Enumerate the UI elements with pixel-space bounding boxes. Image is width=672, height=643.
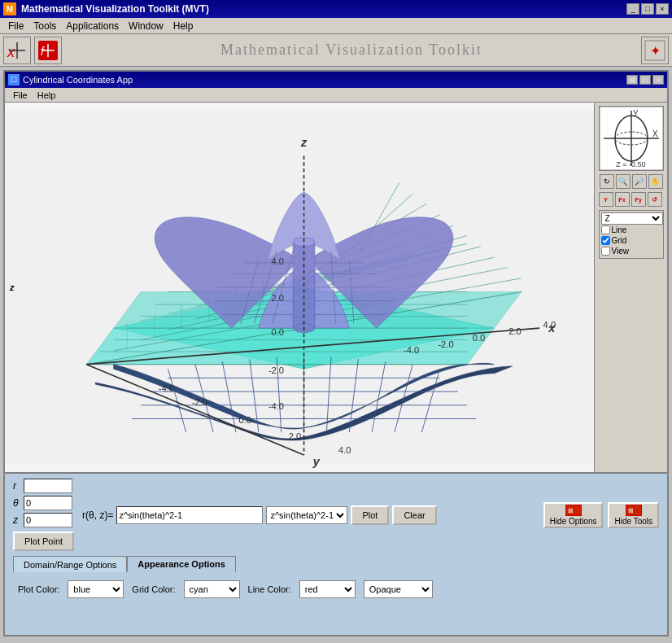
r-row: r — [13, 479, 74, 493]
view-label: View — [612, 247, 630, 256]
menu-file[interactable]: File — [3, 20, 28, 33]
main-content: z — [5, 103, 667, 472]
close-button[interactable]: × — [656, 3, 669, 15]
z-input[interactable] — [24, 513, 72, 527]
svg-text:x: x — [7, 44, 15, 60]
tab-domain-range[interactable]: Domain/Range Options — [13, 556, 127, 572]
view-checkbox-row: View — [601, 246, 661, 256]
svg-text:y: y — [312, 455, 321, 468]
hide-tools-icon: ⊠ — [626, 505, 642, 516]
svg-text:z: z — [300, 136, 308, 149]
app-menu-file[interactable]: File — [8, 90, 33, 101]
formula-dropdown[interactable]: z^sin(theta)^2-1 r^2-z^2 sin(theta)*z — [266, 506, 347, 524]
theta-label: θ — [13, 497, 21, 509]
formula-label: r(θ, z)= — [82, 510, 113, 521]
svg-text:-2.0: -2.0 — [268, 365, 284, 375]
right-panel: Y X Z = -0.50 ↻ 🔍 🔎 ✋ Y — [594, 103, 667, 472]
pan-tool[interactable]: ✋ — [648, 174, 663, 189]
menu-applications[interactable]: Applications — [61, 20, 124, 33]
hide-options-button[interactable]: ⊠ Hide Options — [543, 502, 604, 528]
axis-select[interactable]: Z X Y — [601, 212, 663, 225]
line-checkbox-row: Line — [601, 225, 661, 235]
svg-text:0.0: 0.0 — [238, 415, 251, 425]
coord-button[interactable]: x — [3, 37, 31, 64]
svg-text:4.0: 4.0 — [272, 256, 284, 266]
menu-help[interactable]: Help — [168, 20, 199, 33]
plot-svg: z x y 4.0 2.0 0.0 -2.0 -4.0 -4.0 -2.0 0.… — [5, 103, 594, 472]
orientation-box: Y X Z = -0.50 — [599, 106, 664, 171]
z-row: z — [13, 513, 74, 527]
fx-axis-button[interactable]: Fx — [615, 192, 630, 207]
svg-text:✦: ✦ — [650, 44, 661, 58]
line-checkbox[interactable] — [601, 225, 610, 234]
svg-text:2.0: 2.0 — [272, 293, 284, 303]
app-menu-help[interactable]: Help — [33, 90, 61, 101]
opacity-select[interactable]: Opaque Transparent 50% — [364, 580, 433, 598]
zoom-value: Z = -0.50 — [600, 160, 663, 168]
coord-inputs: r θ z Plot Point — [13, 479, 74, 551]
fy-axis-button[interactable]: Fy — [631, 192, 646, 207]
zoom-in-tool[interactable]: 🔍 — [616, 174, 631, 189]
hide-tools-button[interactable]: ⊠ Hide Tools — [608, 502, 659, 528]
view-checkbox[interactable] — [601, 247, 610, 256]
theta-input[interactable] — [24, 496, 72, 510]
grid-checkbox-row: Grid — [601, 235, 661, 246]
controls-row: r θ z Plot Point r(θ, z)= z^sin(thet — [13, 479, 659, 551]
clear-button[interactable]: Clear — [392, 505, 436, 525]
z-axis-label: z — [10, 282, 15, 292]
reset-axis-button[interactable]: ↺ — [648, 192, 662, 207]
hide-buttons: ⊠ Hide Options ⊠ Hide Tools — [543, 502, 659, 528]
grid-color-select[interactable]: cyan blue red green magenta yellow white… — [184, 580, 240, 598]
svg-text:4.0: 4.0 — [543, 320, 556, 330]
grid-color-label: Grid Color: — [132, 584, 175, 594]
z-coord-label: z — [13, 514, 21, 526]
bottom-panel: r θ z Plot Point r(θ, z)= z^sin(thet — [5, 472, 667, 635]
svg-text:2.0: 2.0 — [508, 326, 521, 336]
svg-text:2.0: 2.0 — [289, 431, 301, 441]
svg-text:X: X — [652, 129, 658, 138]
app-title-bar: ☐ Cylindrical Coordinates App ⊟ □ × — [5, 72, 667, 88]
minimize-button[interactable]: _ — [626, 3, 639, 15]
svg-text:-2.0: -2.0 — [192, 397, 207, 407]
svg-text:-2.0: -2.0 — [438, 339, 453, 349]
info-button[interactable]: ✦ — [641, 37, 669, 64]
plot-button[interactable]: Plot — [351, 505, 389, 525]
window-controls: _ □ × — [626, 3, 669, 15]
line-color-select[interactable]: red blue green cyan magenta yellow white… — [299, 580, 356, 598]
theta-row: θ — [13, 496, 74, 510]
r-input[interactable] — [24, 479, 72, 493]
svg-text:-4.0: -4.0 — [268, 401, 284, 411]
rotate-tool[interactable]: ↻ — [600, 174, 614, 189]
app-window-controls: ⊟ □ × — [626, 75, 664, 85]
formula-section: r(θ, z)= z^sin(theta)^2-1 r^2-z^2 sin(th… — [82, 505, 437, 525]
app-close-button[interactable]: × — [652, 75, 664, 85]
axis-icons: Y Fx Fy ↺ — [599, 192, 664, 207]
appearance-options: Plot Color: blue red green cyan magenta … — [13, 577, 659, 601]
svg-text:4.0: 4.0 — [338, 445, 351, 455]
y-axis-button[interactable]: Y — [599, 192, 613, 207]
grid-label: Grid — [612, 236, 627, 245]
line-color-label: Line Color: — [248, 584, 291, 594]
tool-icons: ↻ 🔍 🔎 ✋ — [600, 174, 663, 189]
menu-window[interactable]: Window — [124, 20, 168, 33]
app-window-title: Cylindrical Coordinates App — [23, 75, 626, 85]
tabs-row: Domain/Range Options Appearance Options — [13, 556, 659, 572]
hide-options-icon: ⊠ — [565, 505, 582, 516]
app-restore-button[interactable]: ⊟ — [626, 75, 638, 85]
plot-color-select[interactable]: blue red green cyan magenta yellow white… — [68, 580, 124, 598]
plot-point-button[interactable]: Plot Point — [13, 531, 74, 551]
toolbar-title: Mathematical Visualization Toolkit — [65, 42, 638, 59]
function-button[interactable]: f — [34, 37, 62, 64]
menu-tools[interactable]: Tools — [28, 20, 61, 33]
zoom-out-tool[interactable]: 🔎 — [632, 174, 647, 189]
maximize-button[interactable]: □ — [641, 3, 654, 15]
line-label: Line — [612, 225, 627, 234]
svg-text:⊠: ⊠ — [628, 507, 634, 514]
formula-input[interactable] — [116, 506, 263, 524]
svg-text:-4.0: -4.0 — [159, 383, 174, 393]
app-window: ☐ Cylindrical Coordinates App ⊟ □ × File… — [3, 70, 669, 636]
app-maximize-button[interactable]: □ — [639, 75, 651, 85]
tab-appearance[interactable]: Appearance Options — [127, 556, 236, 572]
plot-color-label: Plot Color: — [18, 584, 59, 594]
grid-checkbox[interactable] — [601, 236, 610, 245]
